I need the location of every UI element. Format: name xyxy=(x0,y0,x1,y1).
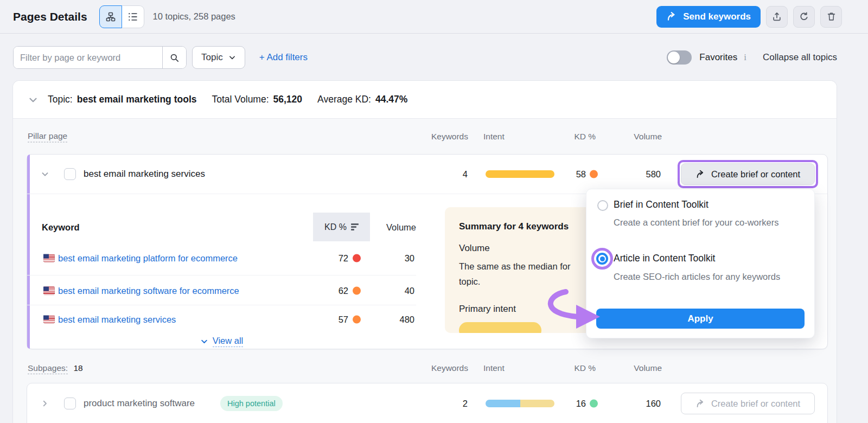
apply-button[interactable]: Apply xyxy=(596,309,805,329)
keyword-row: best email marketing platform for ecomme… xyxy=(27,241,416,275)
option-brief-description: Create a content brief for your co-worke… xyxy=(614,215,793,230)
pillar-checkbox[interactable] xyxy=(64,168,76,180)
pillar-page-column: Pillar page xyxy=(28,131,67,142)
subpages-header-row: Subpages: 18 Keywords Intent KD % Volume xyxy=(13,353,838,383)
keyword-volume-value: 30 xyxy=(405,253,414,264)
subpage-collapsed-chevron-icon[interactable] xyxy=(40,399,49,408)
summary-intent-label: Primary intent xyxy=(459,304,516,315)
pages-details-screen: Pages Details xyxy=(0,0,868,423)
subpage-keywords-count: 2 xyxy=(463,399,468,409)
high-potential-badge: High potential xyxy=(220,396,283,411)
export-icon xyxy=(771,11,782,22)
volume-column: Volume xyxy=(634,132,662,142)
pillar-keywords-count: 4 xyxy=(463,169,468,180)
refresh-button[interactable] xyxy=(793,6,815,28)
keywords-column: Keywords xyxy=(431,363,468,373)
subpage-row: product marketing software High potentia… xyxy=(27,383,828,423)
keyword-row: best email marketing software for ecomme… xyxy=(27,275,416,305)
export-button[interactable] xyxy=(766,6,788,28)
info-icon[interactable]: i xyxy=(744,52,746,63)
topic-header: Topic: best email marketing tools Total … xyxy=(13,81,837,119)
search-button[interactable] xyxy=(162,47,186,68)
sort-descending-icon xyxy=(351,223,359,230)
add-filters-link[interactable]: + Add filters xyxy=(259,52,308,63)
refresh-icon xyxy=(799,11,809,22)
radio-article-selected[interactable] xyxy=(596,253,608,265)
create-content-dropdown: Brief in Content Toolkit Create a conten… xyxy=(586,189,815,338)
option-article-description: Create SEO-rich articles for any keyword… xyxy=(614,270,793,284)
keyword-volume-value: 480 xyxy=(399,315,414,325)
header-bar: Pages Details xyxy=(0,0,868,34)
intent-segment xyxy=(520,400,555,407)
summary-volume-text: The same as the median for xyxy=(459,261,570,272)
view-toggle-list[interactable] xyxy=(122,5,144,28)
average-kd-value: 44.47% xyxy=(375,94,407,105)
keyword-column: Keyword xyxy=(42,222,80,232)
intent-column: Intent xyxy=(483,363,505,373)
topic-filter-label: Topic xyxy=(201,52,223,63)
summary-volume-text: topic. xyxy=(459,277,480,287)
pillar-title: best email marketing services xyxy=(84,169,205,180)
create-brief-button-disabled[interactable]: Create brief or content xyxy=(681,393,815,414)
summary-volume-label: Volume xyxy=(459,243,490,254)
pillar-header-row: Pillar page Keywords Intent KD % Volume xyxy=(13,119,838,154)
us-flag-icon xyxy=(43,316,55,324)
keyword-kd-value: 57 xyxy=(339,315,348,325)
filter-bar-right: Favorites i Collapse all topics xyxy=(667,50,837,65)
subpages-label-group: Subpages: 18 xyxy=(28,363,83,373)
option-brief-label: Brief in Content Toolkit xyxy=(614,199,709,210)
share-arrow-icon xyxy=(666,11,678,22)
pillar-intent-bar xyxy=(486,170,554,178)
average-kd-label: Average KD: xyxy=(317,94,371,105)
collapse-all-topics-link[interactable]: Collapse all topics xyxy=(763,52,837,63)
search-icon xyxy=(169,53,180,63)
topic-expand-chevron-icon[interactable] xyxy=(27,94,39,106)
subpage-volume-value: 160 xyxy=(646,399,661,409)
create-brief-label: Create brief or content xyxy=(711,169,800,180)
annotation-arrow xyxy=(536,285,612,332)
subpage-checkbox[interactable] xyxy=(64,398,76,409)
toggle-knob xyxy=(668,52,680,63)
keyword-kd-dot xyxy=(353,316,361,324)
search-group xyxy=(13,46,187,69)
list-icon xyxy=(127,11,138,22)
keyword-table-header: Keyword KD % Volume xyxy=(27,213,416,241)
radio-brief[interactable] xyxy=(597,200,608,211)
create-brief-button[interactable]: Create brief or content xyxy=(681,163,815,185)
share-arrow-icon xyxy=(695,399,706,409)
topic-filter-dropdown[interactable]: Topic xyxy=(192,46,245,69)
intent-segment xyxy=(486,170,554,178)
keyword-kd-value: 72 xyxy=(339,253,348,264)
filter-bar: Topic + Add filters Favorites i Collapse… xyxy=(13,46,837,69)
pillar-kd-value: 58 xyxy=(576,169,586,180)
keyword-link[interactable]: best email marketing software for ecomme… xyxy=(58,285,239,296)
view-all-link[interactable]: View all xyxy=(213,336,244,347)
us-flag-icon xyxy=(43,254,55,262)
chevron-down-icon xyxy=(200,337,208,345)
kd-header-label: KD % xyxy=(324,222,347,232)
kd-column: KD % xyxy=(574,132,596,142)
keyword-row: best email marketing services 57 480 xyxy=(27,305,416,334)
pillar-expand-chevron-icon[interactable] xyxy=(40,169,50,179)
keywords-column: Keywords xyxy=(431,132,468,142)
keyword-kd-value: 62 xyxy=(339,285,348,296)
annotation-highlight-box: Create brief or content xyxy=(678,160,818,188)
delete-button[interactable] xyxy=(820,6,842,28)
keyword-kd-dot xyxy=(353,254,361,262)
sitemap-icon xyxy=(105,11,116,22)
send-keywords-button[interactable]: Send keywords xyxy=(656,6,761,28)
kd-sort-header[interactable]: KD % xyxy=(313,213,370,241)
create-brief-label: Create brief or content xyxy=(711,399,800,409)
keyword-link[interactable]: best email marketing platform for ecomme… xyxy=(58,253,238,264)
search-input[interactable] xyxy=(14,47,162,68)
view-toggle-hierarchy[interactable] xyxy=(99,5,122,28)
volume-column: Volume xyxy=(634,363,662,373)
share-arrow-icon xyxy=(695,169,706,180)
keyword-link[interactable]: best email marketing services xyxy=(58,315,176,325)
favorites-toggle[interactable] xyxy=(667,50,692,65)
topics-pages-count: 10 topics, 258 pages xyxy=(153,11,235,22)
send-keywords-label: Send keywords xyxy=(683,11,751,22)
volume-header-label: Volume xyxy=(386,222,416,232)
subpages-count: 18 xyxy=(73,363,82,373)
keyword-kd-dot xyxy=(353,286,361,294)
